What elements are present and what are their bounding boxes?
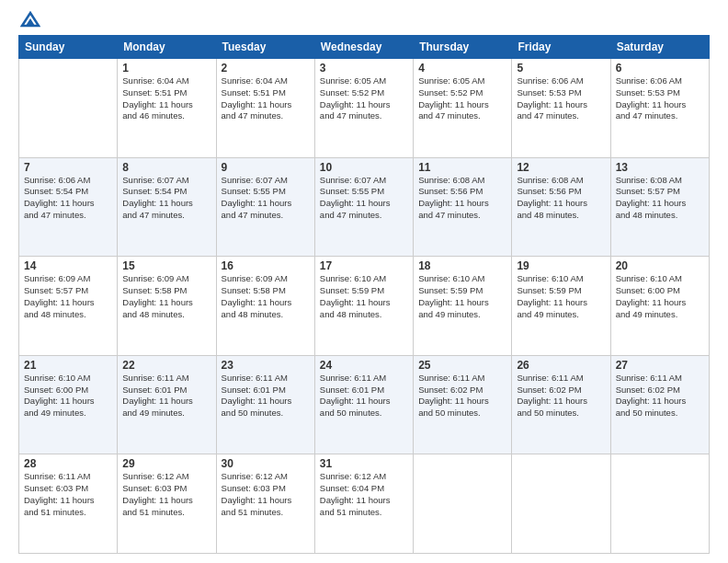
day-cell: 1Sunrise: 6:04 AM Sunset: 5:51 PM Daylig… xyxy=(118,59,216,158)
day-cell: 17Sunrise: 6:10 AM Sunset: 5:59 PM Dayli… xyxy=(314,257,413,356)
day-cell: 23Sunrise: 6:11 AM Sunset: 6:01 PM Dayli… xyxy=(216,355,314,454)
day-number: 7 xyxy=(24,161,112,174)
day-number: 30 xyxy=(222,457,310,470)
day-cell: 29Sunrise: 6:12 AM Sunset: 6:03 PM Dayli… xyxy=(118,454,216,554)
day-number: 20 xyxy=(616,259,704,272)
day-number: 17 xyxy=(320,259,408,272)
day-info: Sunrise: 6:12 AM Sunset: 6:04 PM Dayligh… xyxy=(320,471,408,518)
day-number: 31 xyxy=(320,457,408,470)
day-cell: 11Sunrise: 6:08 AM Sunset: 5:56 PM Dayli… xyxy=(414,157,512,257)
week-row-5: 28Sunrise: 6:11 AM Sunset: 6:03 PM Dayli… xyxy=(19,454,710,554)
day-number: 16 xyxy=(222,259,310,272)
week-row-2: 7Sunrise: 6:06 AM Sunset: 5:54 PM Daylig… xyxy=(19,157,710,257)
day-info: Sunrise: 6:09 AM Sunset: 5:58 PM Dayligh… xyxy=(222,273,310,320)
day-info: Sunrise: 6:08 AM Sunset: 5:56 PM Dayligh… xyxy=(517,175,605,222)
day-info: Sunrise: 6:12 AM Sunset: 6:03 PM Dayligh… xyxy=(122,471,210,518)
weekday-header-saturday: Saturday xyxy=(610,36,709,59)
day-info: Sunrise: 6:06 AM Sunset: 5:54 PM Dayligh… xyxy=(24,175,112,222)
day-info: Sunrise: 6:10 AM Sunset: 6:00 PM Dayligh… xyxy=(24,373,112,419)
day-info: Sunrise: 6:08 AM Sunset: 5:57 PM Dayligh… xyxy=(616,175,704,222)
calendar-table: SundayMondayTuesdayWednesdayThursdayFrid… xyxy=(18,35,710,554)
day-info: Sunrise: 6:11 AM Sunset: 6:01 PM Dayligh… xyxy=(320,373,408,419)
weekday-header-thursday: Thursday xyxy=(414,36,512,59)
day-number: 4 xyxy=(418,62,506,75)
day-info: Sunrise: 6:10 AM Sunset: 5:59 PM Dayligh… xyxy=(320,273,408,320)
day-number: 24 xyxy=(320,359,408,372)
day-info: Sunrise: 6:11 AM Sunset: 6:02 PM Dayligh… xyxy=(517,373,605,419)
weekday-header-wednesday: Wednesday xyxy=(314,36,413,59)
weekday-header-tuesday: Tuesday xyxy=(216,36,314,59)
day-number: 15 xyxy=(122,259,210,272)
day-info: Sunrise: 6:05 AM Sunset: 5:52 PM Dayligh… xyxy=(320,75,408,122)
day-cell: 15Sunrise: 6:09 AM Sunset: 5:58 PM Dayli… xyxy=(118,257,216,356)
day-number: 14 xyxy=(24,259,112,272)
day-cell: 18Sunrise: 6:10 AM Sunset: 5:59 PM Dayli… xyxy=(414,257,512,356)
day-cell: 25Sunrise: 6:11 AM Sunset: 6:02 PM Dayli… xyxy=(414,355,512,454)
week-row-4: 21Sunrise: 6:10 AM Sunset: 6:00 PM Dayli… xyxy=(19,355,710,454)
day-info: Sunrise: 6:11 AM Sunset: 6:02 PM Dayligh… xyxy=(418,373,506,419)
day-info: Sunrise: 6:04 AM Sunset: 5:51 PM Dayligh… xyxy=(122,75,210,122)
day-number: 2 xyxy=(222,62,310,75)
day-cell: 20Sunrise: 6:10 AM Sunset: 6:00 PM Dayli… xyxy=(610,257,709,356)
day-number: 5 xyxy=(517,62,605,75)
day-cell: 26Sunrise: 6:11 AM Sunset: 6:02 PM Dayli… xyxy=(512,355,610,454)
day-info: Sunrise: 6:11 AM Sunset: 6:02 PM Dayligh… xyxy=(616,373,704,419)
day-cell: 10Sunrise: 6:07 AM Sunset: 5:55 PM Dayli… xyxy=(314,157,413,257)
day-cell: 27Sunrise: 6:11 AM Sunset: 6:02 PM Dayli… xyxy=(610,355,709,454)
day-cell: 19Sunrise: 6:10 AM Sunset: 5:59 PM Dayli… xyxy=(512,257,610,356)
day-cell: 9Sunrise: 6:07 AM Sunset: 5:55 PM Daylig… xyxy=(216,157,314,257)
day-cell: 8Sunrise: 6:07 AM Sunset: 5:54 PM Daylig… xyxy=(118,157,216,257)
day-cell: 2Sunrise: 6:04 AM Sunset: 5:51 PM Daylig… xyxy=(216,59,314,158)
day-cell xyxy=(610,454,709,554)
weekday-header-sunday: Sunday xyxy=(19,36,118,59)
day-number: 12 xyxy=(517,161,605,174)
day-number: 28 xyxy=(24,457,112,470)
day-cell xyxy=(512,454,610,554)
day-info: Sunrise: 6:08 AM Sunset: 5:56 PM Dayligh… xyxy=(418,175,506,222)
week-row-3: 14Sunrise: 6:09 AM Sunset: 5:57 PM Dayli… xyxy=(19,257,710,356)
day-number: 18 xyxy=(418,259,506,272)
day-info: Sunrise: 6:10 AM Sunset: 5:59 PM Dayligh… xyxy=(517,273,605,320)
day-cell: 30Sunrise: 6:12 AM Sunset: 6:03 PM Dayli… xyxy=(216,454,314,554)
day-cell: 12Sunrise: 6:08 AM Sunset: 5:56 PM Dayli… xyxy=(512,157,610,257)
day-number: 22 xyxy=(122,359,210,372)
day-cell: 31Sunrise: 6:12 AM Sunset: 6:04 PM Dayli… xyxy=(314,454,413,554)
day-info: Sunrise: 6:11 AM Sunset: 6:01 PM Dayligh… xyxy=(222,373,310,419)
day-info: Sunrise: 6:10 AM Sunset: 6:00 PM Dayligh… xyxy=(616,273,704,320)
day-cell: 22Sunrise: 6:11 AM Sunset: 6:01 PM Dayli… xyxy=(118,355,216,454)
weekday-header-row: SundayMondayTuesdayWednesdayThursdayFrid… xyxy=(19,36,710,59)
day-number: 19 xyxy=(517,259,605,272)
week-row-1: 1Sunrise: 6:04 AM Sunset: 5:51 PM Daylig… xyxy=(19,59,710,158)
day-info: Sunrise: 6:07 AM Sunset: 5:55 PM Dayligh… xyxy=(320,175,408,222)
calendar-body: 1Sunrise: 6:04 AM Sunset: 5:51 PM Daylig… xyxy=(19,59,710,554)
day-cell xyxy=(19,59,118,158)
day-cell: 4Sunrise: 6:05 AM Sunset: 5:52 PM Daylig… xyxy=(414,59,512,158)
page: SundayMondayTuesdayWednesdayThursdayFrid… xyxy=(0,0,728,563)
day-info: Sunrise: 6:07 AM Sunset: 5:55 PM Dayligh… xyxy=(222,175,310,222)
logo xyxy=(18,15,40,28)
day-cell xyxy=(414,454,512,554)
day-info: Sunrise: 6:09 AM Sunset: 5:58 PM Dayligh… xyxy=(122,273,210,320)
day-number: 11 xyxy=(418,161,506,174)
day-cell: 28Sunrise: 6:11 AM Sunset: 6:03 PM Dayli… xyxy=(19,454,118,554)
day-info: Sunrise: 6:05 AM Sunset: 5:52 PM Dayligh… xyxy=(418,75,506,122)
day-cell: 14Sunrise: 6:09 AM Sunset: 5:57 PM Dayli… xyxy=(19,257,118,356)
day-number: 3 xyxy=(320,62,408,75)
day-info: Sunrise: 6:11 AM Sunset: 6:01 PM Dayligh… xyxy=(122,373,210,419)
day-cell: 16Sunrise: 6:09 AM Sunset: 5:58 PM Dayli… xyxy=(216,257,314,356)
day-number: 6 xyxy=(616,62,704,75)
day-number: 27 xyxy=(616,359,704,372)
day-number: 23 xyxy=(222,359,310,372)
day-number: 10 xyxy=(320,161,408,174)
day-number: 26 xyxy=(517,359,605,372)
day-cell: 5Sunrise: 6:06 AM Sunset: 5:53 PM Daylig… xyxy=(512,59,610,158)
day-cell: 7Sunrise: 6:06 AM Sunset: 5:54 PM Daylig… xyxy=(19,157,118,257)
header xyxy=(18,15,710,28)
weekday-header-monday: Monday xyxy=(118,36,216,59)
day-cell: 13Sunrise: 6:08 AM Sunset: 5:57 PM Dayli… xyxy=(610,157,709,257)
day-info: Sunrise: 6:09 AM Sunset: 5:57 PM Dayligh… xyxy=(24,273,112,320)
day-info: Sunrise: 6:06 AM Sunset: 5:53 PM Dayligh… xyxy=(517,75,605,122)
day-cell: 21Sunrise: 6:10 AM Sunset: 6:00 PM Dayli… xyxy=(19,355,118,454)
day-number: 9 xyxy=(222,161,310,174)
day-info: Sunrise: 6:11 AM Sunset: 6:03 PM Dayligh… xyxy=(24,471,112,518)
